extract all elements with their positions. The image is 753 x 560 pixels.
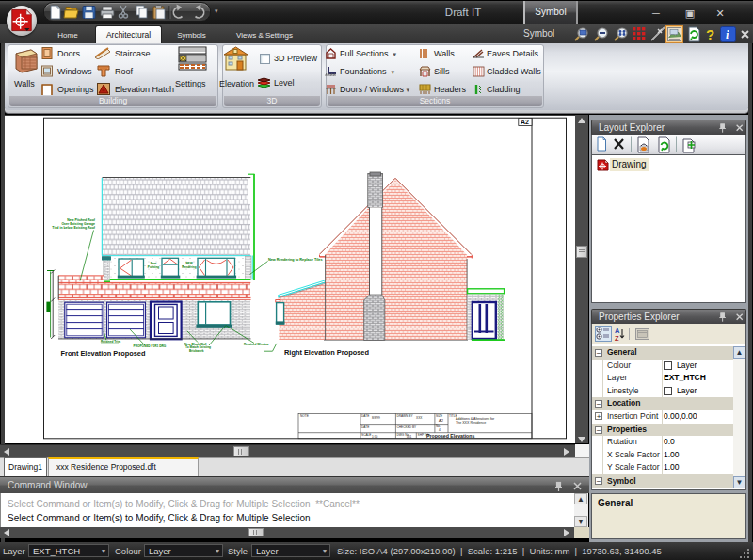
svg-text:Retained Trim: Retained Trim: [101, 340, 120, 344]
svg-text:Rendering: Rendering: [182, 265, 196, 269]
svg-text:001: 001: [407, 435, 412, 439]
svg-text:8/8/99: 8/8/99: [372, 416, 380, 420]
svg-text:Right Elevation Proposed: Right Elevation Proposed: [284, 348, 369, 357]
svg-text:?: ?: [706, 26, 714, 42]
svg-text:Pointing: Pointing: [148, 265, 159, 269]
svg-text:CHECKED BY: CHECKED BY: [397, 425, 418, 429]
svg-text:Z: Z: [615, 334, 619, 342]
svg-text:The XXX Residence: The XXX Residence: [456, 421, 486, 424]
svg-text:New Rendering to Replace Tiles: New Rendering to Replace Tiles: [268, 258, 323, 262]
svg-text:A2: A2: [521, 119, 529, 125]
svg-text:Tied in below Existing Roof: Tied in below Existing Roof: [52, 226, 95, 230]
svg-text:A2: A2: [439, 418, 444, 423]
svg-text:Brickwork: Brickwork: [189, 349, 204, 353]
svg-text:4: 4: [439, 428, 441, 432]
svg-text:DRAWN BY: DRAWN BY: [397, 414, 414, 418]
svg-text:PROPOSED F1R1 DRG: PROPOSED F1R1 DRG: [134, 344, 167, 348]
svg-text:Front Elevation Proposed: Front Elevation Proposed: [61, 349, 146, 358]
svg-text:Proposed Elevations: Proposed Elevations: [426, 433, 474, 439]
svg-text:NOTE: NOTE: [300, 414, 309, 418]
svg-text:DATE: DATE: [361, 414, 369, 418]
svg-text:SCALE: SCALE: [361, 433, 371, 437]
svg-text:XXX: XXX: [416, 416, 423, 420]
svg-text:Additions & Alterations for: Additions & Alterations for: [456, 417, 495, 421]
svg-text:Retained Window: Retained Window: [244, 343, 269, 346]
svg-text:DATE: DATE: [361, 425, 369, 429]
svg-text:1:50: 1:50: [372, 435, 377, 439]
